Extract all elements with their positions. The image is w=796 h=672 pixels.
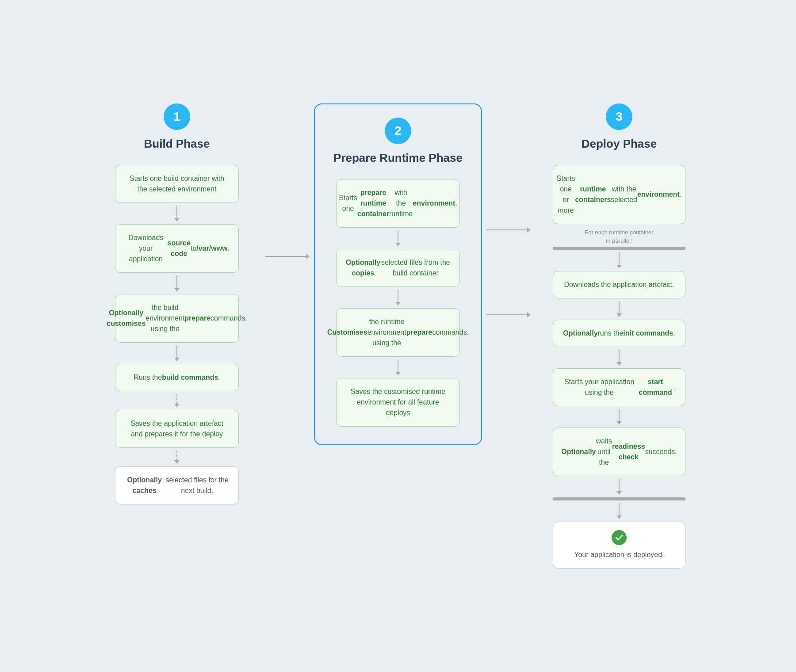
prepare-phase-title: Prepare Runtime Phase — [333, 151, 463, 165]
diagram: 1 Build Phase Starts one build container… — [44, 77, 752, 595]
arrow-b1-b2 — [174, 206, 180, 221]
deploy-step-6: Your application is deployed. — [553, 522, 685, 569]
build-phase-column: 1 Build Phase Starts one build container… — [93, 103, 261, 504]
check-icon — [612, 530, 627, 545]
arrow-d3-d4 — [616, 350, 622, 366]
deploy-phase-number: 3 — [606, 103, 632, 130]
parallel-label: For each runtime containerin parallel: — [585, 229, 653, 244]
deploy-phase-header: 3 Deploy Phase — [582, 103, 657, 151]
deploy-phase-column: 3 Deploy Phase Starts one or more runtim… — [535, 103, 703, 568]
arrow-d5-bar — [616, 479, 622, 495]
prepare-phase-number: 2 — [385, 118, 411, 144]
arrow-d4-d5 — [616, 409, 622, 425]
deploy-step-4: Starts your application using the start … — [553, 368, 685, 406]
arrow-p3-p4 — [395, 359, 401, 375]
prepare-step-1: Starts one prepare runtime container wit… — [336, 179, 460, 228]
prepare-step-4: Saves the customised runtime environment… — [336, 378, 460, 427]
prepare-phase-column: 2 Prepare Runtime Phase Starts one prepa… — [314, 103, 482, 445]
arrow-bar-d6 — [616, 503, 622, 519]
connector-build-prepare — [261, 103, 314, 259]
build-step-4: Runs the build commands. — [115, 364, 239, 391]
prepare-step-2: Optionally copies selected files from th… — [336, 249, 460, 287]
arrow-b3-b4 — [174, 345, 180, 361]
deploy-step-3: Optionally runs the init commands. — [553, 320, 685, 347]
arrow-b5-b6 — [174, 451, 180, 464]
arrow-p2-p3 — [395, 290, 401, 305]
prepare-phase-header: 2 Prepare Runtime Phase — [333, 118, 463, 165]
build-step-1: Starts one build container with the sele… — [115, 165, 239, 203]
prepare-step-3: Customises the runtime environment using… — [336, 308, 460, 357]
deploy-step-5: Optionally waits until the readiness che… — [553, 428, 685, 476]
connector-prepare-deploy — [482, 103, 535, 317]
build-phase-header: 1 Build Phase — [144, 103, 210, 151]
deploy-step-2: Downloads the application artefact. — [553, 271, 685, 298]
arrow-b2-b3 — [174, 275, 180, 291]
parallel-bar-bottom — [553, 497, 685, 500]
arrow-d1-d2 — [616, 252, 622, 268]
build-step-3: Optionally customises the build environm… — [115, 294, 239, 343]
build-step-5: Saves the application artefact and prepa… — [115, 410, 239, 448]
arrow-p1-p2 — [395, 230, 401, 246]
deployed-label: Your application is deployed. — [574, 550, 664, 560]
build-phase-title: Build Phase — [144, 137, 210, 151]
build-step-6: Optionally caches selected files for the… — [115, 466, 239, 504]
build-step-2: Downloads your application source code t… — [115, 224, 239, 273]
build-phase-number: 1 — [164, 103, 190, 130]
deploy-phase-title: Deploy Phase — [582, 137, 657, 151]
arrow-d2-d3 — [616, 301, 622, 317]
parallel-bar-top — [553, 247, 685, 250]
deploy-step-1: Starts one or more runtime containers wi… — [553, 165, 685, 224]
arrow-b4-b5 — [174, 394, 180, 407]
